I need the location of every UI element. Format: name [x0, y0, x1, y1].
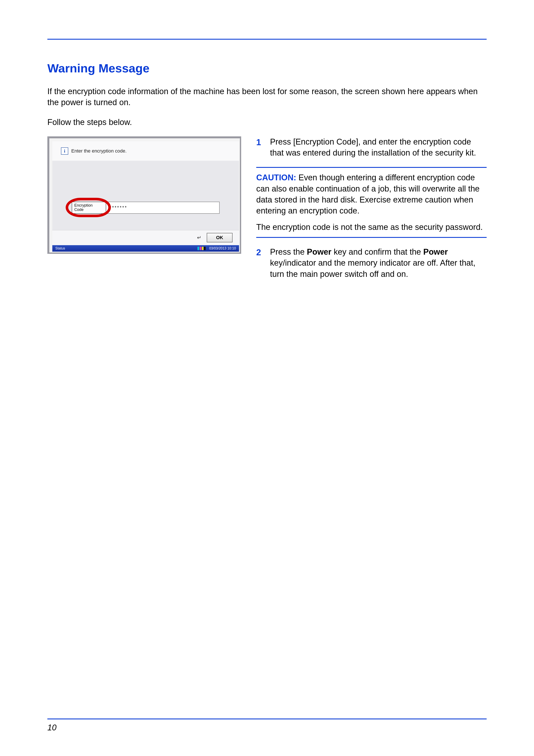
- document-page: Warning Message If the encryption code i…: [0, 0, 534, 756]
- encryption-field-area: Encryption Code *******: [72, 202, 220, 214]
- dialog-message-row: Enter the encryption code.: [52, 141, 239, 161]
- toner-level-icon: [197, 247, 206, 250]
- ok-button[interactable]: OK: [207, 233, 233, 242]
- instructions-column: 1 Press [Encryption Code], and enter the…: [256, 136, 487, 288]
- step-2-text: Press the Power key and confirm that the…: [270, 247, 487, 280]
- step-number: 1: [256, 136, 261, 159]
- heading-warning-message: Warning Message: [47, 61, 487, 75]
- enter-icon: ↵: [196, 234, 202, 241]
- status-label: Status: [55, 247, 65, 250]
- device-dialog-inner: Enter the encryption code. Encryption Co…: [52, 141, 239, 252]
- caution-label: CAUTION:: [256, 173, 296, 182]
- device-dialog: Enter the encryption code. Encryption Co…: [47, 136, 241, 254]
- info-icon: [61, 148, 68, 155]
- page-number: 10: [47, 723, 56, 732]
- status-datetime: 03/03/2013 10:10: [209, 247, 236, 250]
- caution-para-2: The encryption code is not the same as t…: [256, 222, 487, 233]
- encryption-code-button[interactable]: Encryption Code: [72, 202, 106, 214]
- encryption-code-button-label-2: Code: [74, 208, 104, 212]
- follow-paragraph: Follow the steps below.: [47, 117, 487, 128]
- dialog-button-bar: ↵ OK: [52, 230, 239, 245]
- dialog-prompt-text: Enter the encryption code.: [71, 148, 127, 154]
- caution-box: CAUTION: Even though entering a differen…: [256, 167, 487, 238]
- status-bar: Status 03/03/2013 10:10: [52, 245, 239, 252]
- intro-paragraph: If the encryption code information of th…: [47, 86, 487, 108]
- caution-para-1: CAUTION: Even though entering a differen…: [256, 172, 487, 216]
- footer-rule: [47, 718, 487, 719]
- step-1: 1 Press [Encryption Code], and enter the…: [256, 136, 487, 159]
- step-2: 2 Press the Power key and confirm that t…: [256, 247, 487, 280]
- encryption-code-button-label-1: Encryption: [74, 203, 104, 208]
- content-columns: Enter the encryption code. Encryption Co…: [47, 136, 487, 288]
- screenshot-column: Enter the encryption code. Encryption Co…: [47, 136, 241, 254]
- step-number: 2: [256, 247, 261, 280]
- header-rule: [47, 39, 487, 40]
- step-1-text: Press [Encryption Code], and enter the e…: [270, 136, 487, 159]
- encryption-code-input[interactable]: *******: [106, 202, 220, 214]
